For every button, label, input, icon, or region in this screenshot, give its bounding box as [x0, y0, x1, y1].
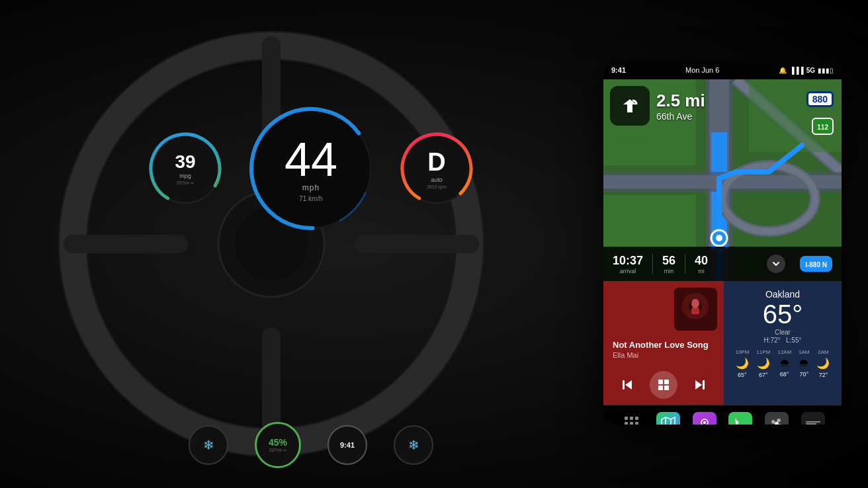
svg-marker-37 [625, 380, 632, 389]
menu-icon [806, 421, 820, 425]
signal-bars: ▐▐▐ [789, 67, 803, 74]
svg-rect-52 [806, 421, 820, 423]
eta-arrival-time: 10:37 [613, 254, 643, 268]
mpg-label: mpg [175, 173, 195, 179]
svg-rect-39 [658, 380, 663, 384]
svg-point-35 [691, 299, 699, 308]
battery-gauge: 45% 207mi ⇒ [255, 422, 301, 468]
weather-panel: Oakland 65° Clear H:72° L:55° 10PM 🌙 65°… [724, 281, 842, 405]
time-gauge: 9:41 [327, 425, 367, 465]
weather-hour-item: 12AM 🌧 68° [777, 349, 791, 378]
climate-icon: ❄ [203, 437, 214, 453]
status-bar: 9:41 Mon Jun 6 🔔 ▐▐▐ 5G ▮▮▮▯ [603, 61, 842, 79]
hour-temp: 65° [738, 372, 747, 378]
grid-icon [625, 417, 639, 425]
dock-phone-button[interactable] [728, 412, 752, 425]
eta-min-value: 56 [662, 254, 675, 268]
eta-expand-button[interactable] [767, 255, 785, 273]
eta-divider-2 [685, 254, 685, 274]
eta-mi-item: 40 mi [695, 254, 708, 274]
prev-icon [619, 377, 635, 393]
gear-value: D [427, 148, 447, 177]
fan-icon [769, 417, 784, 425]
weather-hour-item: 10PM 🌙 65° [735, 349, 749, 378]
eta-bar: 10:37 arrival 56 min 40 mi I-880 N [603, 247, 842, 281]
weather-hour-item: 11PM 🌙 67° [756, 349, 770, 378]
hour-time: 12AM [777, 349, 791, 355]
weather-hour-item: 1AM 🌧 70° [799, 349, 809, 378]
svg-marker-45 [662, 417, 675, 425]
weather-hilo: H:72° L:55° [732, 337, 834, 344]
bottom-panels: Not Another Love Song Ella Mai [603, 281, 842, 405]
status-icons: 🔔 ▐▐▐ 5G ▮▮▮▯ [779, 67, 834, 74]
eta-arrival-item: 10:37 arrival [613, 254, 643, 274]
network-type: 5G [806, 67, 815, 74]
grid-icon [657, 378, 670, 391]
eta-divider-1 [652, 254, 653, 274]
battery-label: 207mi ⇒ [269, 448, 286, 453]
weather-city: Oakland [732, 289, 834, 300]
phone-icon [733, 417, 748, 425]
hour-temp: 68° [780, 371, 789, 378]
speed-kmh: 71 km/h [284, 195, 337, 202]
next-track-button[interactable] [688, 373, 712, 397]
gear-gauge: D auto 2610 rpm [397, 129, 476, 208]
dock-grid-button[interactable] [620, 412, 644, 425]
dock-maps-button[interactable] [656, 412, 680, 425]
svg-rect-53 [806, 423, 816, 425]
music-artist-name: Ella Mai [613, 351, 715, 359]
podcasts-icon [697, 417, 712, 425]
prev-track-button[interactable] [615, 373, 639, 397]
svg-rect-41 [658, 386, 663, 390]
hour-icon: 🌧 [799, 357, 809, 369]
svg-marker-43 [695, 380, 702, 389]
time-display: 9:41 [340, 441, 355, 449]
hour-time: 1AM [799, 349, 809, 355]
hour-temp: 72° [819, 372, 828, 378]
weather-description: Clear [732, 329, 834, 336]
expand-icon [771, 259, 781, 269]
hour-time: 2AM [818, 349, 828, 355]
svg-point-30 [716, 235, 722, 241]
turn-arrow-icon [619, 95, 640, 116]
hour-icon: 🌙 [816, 357, 830, 370]
mpg-sub: 207mi ⇒ [175, 181, 195, 186]
next-icon [692, 377, 708, 393]
music-song-title: Not Another Love Song [613, 340, 715, 350]
svg-rect-38 [623, 380, 625, 389]
nav-overlay: 2.5 mi 66th Ave [610, 86, 835, 126]
album-art [674, 288, 717, 331]
status-date: Mon Jun 6 [685, 66, 719, 74]
left-climate-gauge: ❄ [189, 425, 228, 465]
nav-distance: 2.5 mi [656, 91, 835, 111]
hour-icon: 🌧 [779, 357, 790, 369]
grid-button[interactable] [650, 371, 677, 399]
carplay-panel: 9:41 Mon Jun 6 🔔 ▐▐▐ 5G ▮▮▮▯ [603, 61, 842, 425]
dock-climate-button[interactable] [765, 412, 789, 425]
route-label: I-880 N [805, 261, 827, 268]
album-art-svg [674, 288, 717, 331]
weather-hourly: 10PM 🌙 65° 11PM 🌙 67° 12AM 🌧 68° 1AM 🌧 7… [732, 349, 834, 378]
right-climate-gauge: ❄ [394, 425, 433, 465]
route-badge: I-880 N [800, 256, 832, 272]
eta-min-label: min [664, 268, 674, 274]
status-time: 9:41 [611, 66, 626, 74]
svg-rect-40 [664, 380, 669, 384]
eta-min-item: 56 min [662, 254, 675, 274]
gear-rpm: 2610 rpm [427, 184, 447, 189]
music-controls [613, 371, 715, 399]
mpg-gauge: 39 mpg 207mi ⇒ [146, 129, 225, 208]
music-panel[interactable]: Not Another Love Song Ella Mai [603, 281, 724, 405]
hour-temp: 67° [759, 372, 768, 378]
dock-podcasts-button[interactable] [693, 412, 716, 425]
mpg-value: 39 [175, 151, 195, 173]
weather-high: H:72° [764, 337, 781, 344]
instrument-cluster: 39 mpg 207mi ⇒ 44 mph 71 km/h [86, 53, 536, 284]
speed-gauge: 44 mph 71 km/h [245, 102, 377, 235]
dock-menu-button[interactable] [801, 412, 825, 425]
hour-icon: 🌙 [757, 357, 770, 370]
eta-mi-value: 40 [695, 254, 708, 268]
dock [603, 405, 842, 425]
map-section[interactable]: 880 112 2.5 mi 66th Ave 10:37 arrival [603, 79, 842, 281]
small-gauges-row: ❄ 45% 207mi ⇒ 9:41 ❄ [86, 422, 536, 468]
